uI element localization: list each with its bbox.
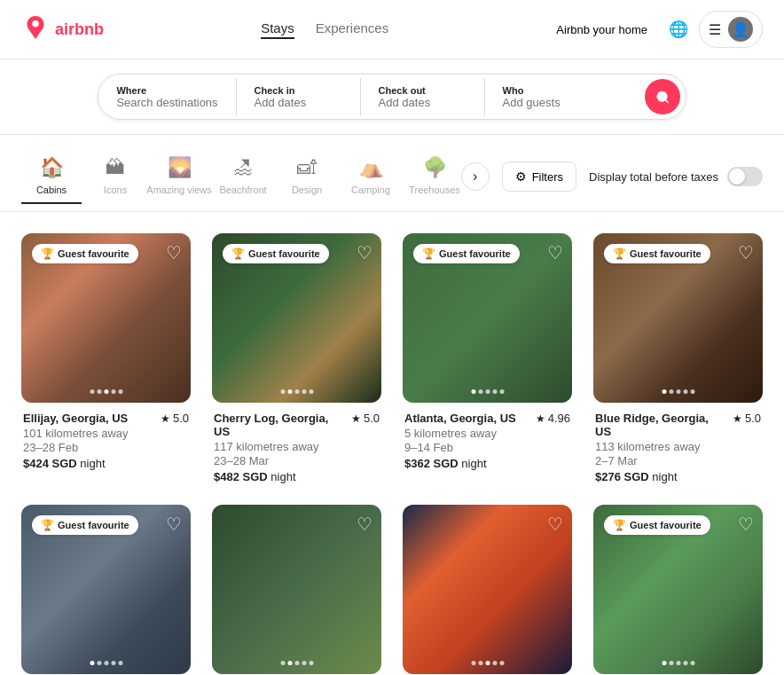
where-segment[interactable]: Where Search destinations [98, 78, 236, 116]
checkout-segment[interactable]: Check out Add dates [361, 78, 485, 116]
dot [90, 389, 94, 394]
category-item-beachfront[interactable]: 🏖 Beachfront [213, 149, 273, 204]
guest-favourite-label: Guest favourite [58, 520, 129, 530]
listing-image-wrapper: 🏆 Guest favourite ♡ [212, 233, 381, 403]
total-tax-toggle[interactable] [727, 167, 763, 186]
category-item-treehouses[interactable]: 🌳 Treehouses [404, 149, 459, 204]
listing-card[interactable]: 🏆 Guest favourite ♡ Alto, Georgia, US ★ … [593, 505, 763, 675]
listing-card[interactable]: 🏆 Guest favourite ♡ Big Canoe, Georgia, … [21, 505, 191, 675]
star-icon: ★ [351, 412, 361, 425]
toggle-label: Display total before taxes [589, 170, 718, 184]
listing-location: Blue Ridge, Georgia, US [595, 412, 725, 438]
price-suffix: night [461, 457, 486, 470]
where-label: Where [116, 85, 217, 96]
listing-image-wrapper: 🏆 Guest favourite ♡ [403, 233, 572, 403]
category-items: 🏠 Cabins 🏔 Icons 🌄 Amazing views 🏖 Beach… [21, 149, 459, 204]
dot [662, 661, 666, 665]
listing-card[interactable]: 🏆 Guest favourite ♡ Cherry Log, Georgia,… [212, 233, 381, 483]
listing-info: Ellijay, Georgia, US ★ 5.0 101 kilometre… [21, 412, 191, 470]
search-bar: Where Search destinations Check in Add d… [98, 74, 686, 120]
listing-row1: Ellijay, Georgia, US ★ 5.0 [23, 412, 189, 425]
listing-rating: ★ 5.0 [733, 412, 761, 425]
wishlist-button[interactable]: ♡ [547, 514, 563, 535]
checkout-label: Check out [379, 85, 466, 96]
dot [287, 661, 292, 665]
trophy-icon: 🏆 [613, 519, 626, 531]
listing-distance: 113 kilometres away [595, 440, 761, 453]
listing-rating: ★ 5.0 [351, 412, 380, 425]
wishlist-button[interactable]: ♡ [357, 514, 372, 535]
category-item-amazing_views[interactable]: 🌄 Amazing views [149, 149, 209, 204]
nav-stays[interactable]: Stays [261, 20, 294, 39]
listing-location: Atlanta, Georgia, US [404, 412, 529, 425]
dot [104, 661, 108, 665]
listing-card[interactable]: 🏆 Guest favourite ♡ Atlanta, Georgia, US… [403, 233, 572, 483]
dot [302, 389, 306, 394]
dot [492, 661, 497, 665]
dot [669, 661, 673, 665]
dot [280, 389, 285, 394]
dot [669, 389, 673, 394]
listing-card[interactable]: 🏆 Guest favourite ♡ Ellijay, Georgia, US… [21, 233, 191, 483]
listing-card[interactable]: ♡ Pine Mountain, Georgia, US ★ 4.88 108 … [403, 505, 572, 675]
dot [294, 389, 299, 394]
wishlist-button[interactable]: ♡ [357, 242, 372, 263]
dot-indicator [471, 389, 504, 394]
category-item-icons[interactable]: 🏔 Icons [85, 149, 145, 204]
listing-location: Ellijay, Georgia, US [23, 412, 153, 425]
price-suffix: night [270, 470, 295, 483]
listing-price: $424 SGD night [23, 457, 189, 470]
dot-indicator [280, 389, 313, 394]
category-label-amazing_views: Amazing views [146, 184, 211, 195]
wishlist-button[interactable]: ♡ [738, 242, 754, 263]
listing-rating: ★ 4.96 [536, 412, 570, 425]
toggle-row: Display total before taxes [589, 167, 763, 186]
logo[interactable]: airbnb [21, 15, 104, 43]
listing-card[interactable]: 🏆 Guest favourite ♡ Blue Ridge, Georgia,… [593, 233, 763, 483]
nav-experiences[interactable]: Experiences [316, 20, 389, 39]
wishlist-button[interactable]: ♡ [738, 514, 754, 535]
scroll-arrow[interactable]: › [461, 162, 490, 191]
guest-favourite-label: Guest favourite [248, 248, 320, 259]
category-icon-amazing_views: 🌄 [168, 156, 192, 179]
category-item-camping[interactable]: ⛺ Camping [341, 149, 401, 204]
filters-button[interactable]: ⚙ Filters [502, 161, 576, 192]
globe-icon[interactable]: 🌐 [669, 20, 688, 39]
guest-favourite-badge: 🏆 Guest favourite [32, 515, 138, 535]
dot [471, 661, 475, 665]
dot-indicator [90, 661, 122, 665]
dot [104, 389, 108, 394]
wishlist-button[interactable]: ♡ [166, 242, 182, 263]
price-suffix: night [80, 457, 105, 470]
guest-favourite-label: Guest favourite [630, 248, 702, 259]
filters-label: Filters [532, 170, 563, 184]
dot [97, 661, 101, 665]
listing-image-wrapper: 🏆 Guest favourite ♡ [593, 505, 763, 674]
star-icon: ★ [733, 412, 742, 425]
listing-price: $482 SGD night [214, 470, 380, 483]
listing-dates: 23–28 Feb [23, 441, 189, 454]
listing-location: Cherry Log, Georgia, US [214, 412, 344, 438]
dot [683, 661, 687, 665]
airbnb-home-button[interactable]: Airbnb your home [545, 16, 658, 43]
dot [499, 661, 504, 665]
header-right: Airbnb your home 🌐 ☰ 👤 [545, 11, 763, 48]
dot [111, 389, 115, 394]
dot [676, 389, 680, 394]
listing-distance: 117 kilometres away [214, 440, 380, 453]
dot [690, 661, 694, 665]
search-button[interactable] [645, 79, 680, 114]
user-menu[interactable]: ☰ 👤 [699, 11, 763, 48]
listing-card[interactable]: ♡ Dahlonega, Georgia, US ★ 4.91 98 kilom… [212, 505, 381, 675]
category-item-cabins[interactable]: 🏠 Cabins [21, 149, 82, 204]
guest-favourite-badge: 🏆 Guest favourite [604, 244, 710, 263]
wishlist-button[interactable]: ♡ [166, 514, 182, 535]
category-icon-treehouses: 🌳 [423, 156, 447, 179]
checkin-segment[interactable]: Check in Add dates [237, 78, 361, 116]
wishlist-button[interactable]: ♡ [547, 242, 563, 263]
dot [499, 389, 504, 394]
category-item-design[interactable]: 🛋 Design [277, 149, 337, 204]
guest-favourite-label: Guest favourite [439, 248, 511, 259]
who-segment[interactable]: Who Add guests [485, 78, 645, 116]
dot [309, 389, 313, 394]
